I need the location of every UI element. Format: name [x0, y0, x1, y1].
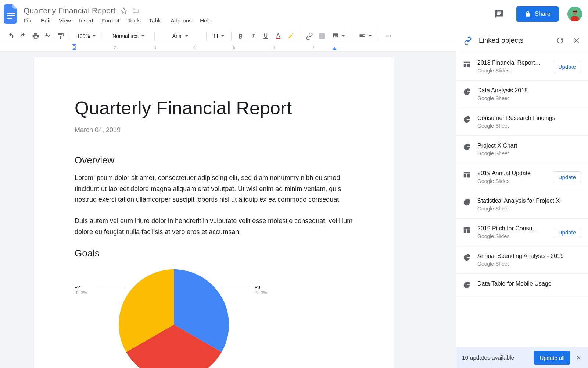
linked-objects-panel: Linked objects 2018 Financial Report…Goo…: [456, 28, 588, 368]
more-icon[interactable]: [383, 31, 394, 42]
redo-icon[interactable]: [18, 31, 29, 42]
menu-addons[interactable]: Add-ons: [171, 17, 192, 24]
caret-down-icon: [341, 34, 345, 38]
bold-icon[interactable]: [235, 31, 246, 42]
star-icon[interactable]: [121, 7, 127, 14]
pie-label-p2: P233.3%: [75, 285, 87, 296]
svg-rect-6: [571, 16, 579, 21]
chart-icon: [463, 281, 471, 289]
chart-icon: [463, 254, 471, 262]
menu-edit[interactable]: Edit: [41, 17, 51, 24]
zoom-value: 100%: [77, 33, 90, 39]
folder-icon[interactable]: [132, 7, 139, 14]
linked-objects-list[interactable]: 2018 Financial Report…Google SlidesUpdat…: [456, 53, 588, 347]
linked-object-source: Google Slides: [477, 68, 546, 74]
print-icon[interactable]: [30, 31, 41, 42]
share-button[interactable]: Share: [516, 6, 559, 22]
paragraph: Duis autem vel eum iriure dolor in hendr…: [75, 216, 353, 237]
linked-object-title: Statistical Analysis for Project X: [477, 198, 581, 204]
avatar[interactable]: [567, 7, 582, 21]
svg-rect-20: [464, 227, 470, 229]
table-icon: [463, 60, 471, 68]
ruler-tick: 2: [114, 45, 116, 50]
paragraph: Lorem ipsum dolor sit amet, consectetuer…: [75, 173, 353, 205]
underline-icon[interactable]: [260, 31, 271, 42]
menu-tools[interactable]: Tools: [128, 17, 141, 24]
app-header: Quarterly Financial Report File Edit Vie…: [0, 0, 588, 28]
svg-rect-22: [467, 229, 470, 233]
menu-format[interactable]: Format: [101, 17, 119, 24]
zoom-dropdown[interactable]: 100%: [74, 31, 99, 42]
document-title[interactable]: Quarterly Financial Report: [24, 6, 115, 15]
linked-object-title: Annual Spending Analysis - 2019: [477, 253, 581, 259]
chart-icon: [463, 143, 471, 151]
italic-icon[interactable]: [248, 31, 259, 42]
align-icon[interactable]: [356, 31, 375, 42]
svg-rect-15: [464, 64, 466, 67]
svg-rect-21: [464, 229, 466, 233]
add-comment-icon[interactable]: [316, 31, 327, 42]
linked-object-item[interactable]: Statistical Analysis for Project XGoogle…: [456, 191, 588, 219]
caret-down-icon: [141, 34, 145, 38]
menu-file[interactable]: File: [24, 17, 33, 24]
heading-overview: Overview: [75, 155, 353, 166]
svg-rect-14: [464, 62, 470, 63]
update-button[interactable]: Update: [553, 171, 581, 183]
spellcheck-icon[interactable]: [43, 31, 54, 42]
linked-object-item[interactable]: 2019 Pitch for Consu…Google SlidesUpdate: [456, 219, 588, 246]
menu-help[interactable]: Help: [200, 17, 212, 24]
linked-object-item[interactable]: Consumer Research FindingsGoogle Sheet: [456, 108, 588, 136]
linked-object-item[interactable]: 2018 Financial Report…Google SlidesUpdat…: [456, 53, 588, 81]
font-size-dropdown[interactable]: 11: [210, 31, 228, 42]
update-all-button[interactable]: Update all: [534, 351, 570, 365]
indent-marker-left[interactable]: [72, 44, 76, 51]
linked-object-title: Data Table for Mobile Usage: [477, 280, 581, 287]
insert-image-icon[interactable]: [329, 31, 348, 42]
document-workspace: Quarterly Financial Report March 04, 201…: [0, 52, 456, 368]
svg-rect-16: [467, 64, 470, 67]
page-date: March 04, 2019: [75, 126, 353, 134]
linked-object-item[interactable]: Data Analysis 2018Google Sheet: [456, 81, 588, 108]
svg-rect-0: [7, 13, 15, 14]
panel-footer: 10 updates available Update all ✕: [456, 347, 588, 368]
close-icon[interactable]: [571, 35, 581, 46]
linked-object-item[interactable]: Project X ChartGoogle Sheet: [456, 136, 588, 163]
indent-marker-right[interactable]: [332, 46, 337, 51]
linked-object-source: Google Sheet: [477, 206, 581, 212]
menu-view[interactable]: View: [59, 17, 71, 24]
linked-object-source: Google Sheet: [477, 151, 581, 156]
linked-object-item[interactable]: Annual Spending Analysis - 2019Google Sh…: [456, 246, 588, 274]
highlight-icon[interactable]: [285, 31, 296, 42]
chart-icon: [463, 116, 471, 124]
update-button[interactable]: Update: [553, 61, 581, 72]
svg-rect-18: [464, 174, 466, 177]
menu-bar: File Edit View Insert Format Tools Table…: [24, 17, 212, 24]
lock-icon: [524, 11, 531, 17]
update-button[interactable]: Update: [553, 227, 581, 238]
linked-object-item[interactable]: 2019 Annual UpdateGoogle SlidesUpdate: [456, 163, 588, 191]
linked-object-item[interactable]: Data Table for Mobile Usage: [456, 274, 588, 296]
chart-icon: [463, 88, 471, 96]
pie-leader-line: [222, 288, 253, 288]
comments-icon[interactable]: [492, 7, 506, 21]
pie-label-p0: P033.3%: [255, 285, 267, 296]
docs-logo-icon[interactable]: [3, 3, 19, 25]
menu-insert[interactable]: Insert: [79, 17, 93, 24]
font-dropdown[interactable]: Arial: [158, 31, 202, 42]
paragraph-style-dropdown[interactable]: Normal text: [107, 31, 151, 42]
dismiss-icon[interactable]: ✕: [575, 354, 582, 361]
paint-format-icon[interactable]: [55, 31, 66, 42]
link-icon: [463, 35, 473, 46]
insert-link-icon[interactable]: [304, 31, 315, 42]
svg-rect-17: [464, 172, 470, 174]
caret-down-icon: [221, 34, 225, 38]
svg-point-11: [386, 35, 387, 36]
undo-icon[interactable]: [5, 31, 16, 42]
embedded-pie-chart[interactable]: P233.3% P033.3%: [75, 266, 266, 368]
linked-object-source: Google Sheet: [477, 95, 581, 101]
document-page[interactable]: Quarterly Financial Report March 04, 201…: [34, 57, 394, 368]
text-color-icon[interactable]: [273, 31, 284, 42]
menu-table[interactable]: Table: [149, 17, 162, 24]
refresh-icon[interactable]: [555, 35, 565, 46]
linked-object-title: 2018 Financial Report…: [477, 60, 546, 66]
